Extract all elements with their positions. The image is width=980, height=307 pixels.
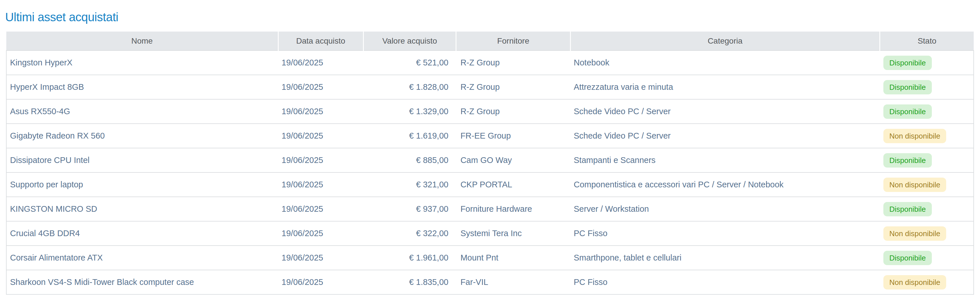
table-row: Dissipatore CPU Intel 19/06/2025 € 885,0… (6, 148, 974, 173)
cell-valore-acquisto: € 322,00 (363, 221, 456, 246)
table-row: Corsair Alimentatore ATX 19/06/2025 € 1.… (6, 246, 974, 270)
table-row: Supporto per laptop 19/06/2025 € 321,00 … (6, 173, 974, 197)
cell-data-acquisto: 19/06/2025 (278, 99, 363, 124)
cell-data-acquisto: 19/06/2025 (278, 51, 363, 75)
column-header-stato: Stato (880, 32, 974, 51)
cell-valore-acquisto: € 1.961,00 (363, 246, 456, 270)
cell-categoria: PC Fisso (570, 221, 880, 246)
column-header-data-acquisto: Data acquisto (278, 32, 363, 51)
cell-categoria: Schede Video PC / Server (570, 99, 880, 124)
cell-stato: Non disponibile (880, 173, 974, 197)
cell-nome: Kingston HyperX (6, 51, 278, 75)
status-badge: Disponibile (883, 56, 932, 70)
status-badge: Non disponibile (883, 129, 947, 143)
column-header-valore-acquisto: Valore acquisto (363, 32, 456, 51)
page-title: Ultimi asset acquistati (5, 10, 974, 24)
cell-nome: Sharkoon VS4-S Midi-Tower Black computer… (6, 270, 278, 294)
cell-valore-acquisto: € 1.835,00 (363, 270, 456, 294)
latest-assets-panel: Ultimi asset acquistati Nome Data acquis… (0, 0, 980, 295)
cell-fornitore: Systemi Tera Inc (456, 221, 570, 246)
cell-valore-acquisto: € 1.828,00 (363, 75, 456, 99)
status-badge: Disponibile (883, 80, 932, 94)
cell-stato: Non disponibile (880, 270, 974, 294)
cell-nome: KINGSTON MICRO SD (6, 197, 278, 221)
cell-stato: Disponibile (880, 148, 974, 173)
cell-data-acquisto: 19/06/2025 (278, 148, 363, 173)
cell-stato: Non disponibile (880, 124, 974, 148)
cell-fornitore: Mount Pnt (456, 246, 570, 270)
cell-categoria: Stampanti e Scanners (570, 148, 880, 173)
cell-categoria: Server / Workstation (570, 197, 880, 221)
cell-valore-acquisto: € 1.329,00 (363, 99, 456, 124)
cell-data-acquisto: 19/06/2025 (278, 270, 363, 294)
cell-categoria: Notebook (570, 51, 880, 75)
cell-valore-acquisto: € 321,00 (363, 173, 456, 197)
column-header-categoria: Categoria (570, 32, 880, 51)
cell-fornitore: CKP PORTAL (456, 173, 570, 197)
cell-nome: Crucial 4GB DDR4 (6, 221, 278, 246)
cell-fornitore: R-Z Group (456, 99, 570, 124)
assets-table-body: Kingston HyperX 19/06/2025 € 521,00 R-Z … (6, 51, 974, 294)
status-badge: Non disponibile (883, 226, 947, 241)
cell-fornitore: Forniture Hardware (456, 197, 570, 221)
cell-valore-acquisto: € 521,00 (363, 51, 456, 75)
cell-stato: Disponibile (880, 99, 974, 124)
status-badge: Non disponibile (883, 275, 947, 289)
cell-data-acquisto: 19/06/2025 (278, 173, 363, 197)
cell-nome: Corsair Alimentatore ATX (6, 246, 278, 270)
cell-data-acquisto: 19/06/2025 (278, 246, 363, 270)
status-badge: Disponibile (883, 153, 932, 168)
cell-data-acquisto: 19/06/2025 (278, 75, 363, 99)
table-row: Asus RX550-4G 19/06/2025 € 1.329,00 R-Z … (6, 99, 974, 124)
cell-fornitore: R-Z Group (456, 51, 570, 75)
cell-categoria: PC Fisso (570, 270, 880, 294)
table-row: Gigabyte Radeon RX 560 19/06/2025 € 1.61… (6, 124, 974, 148)
table-row: KINGSTON MICRO SD 19/06/2025 € 937,00 Fo… (6, 197, 974, 221)
cell-categoria: Schede Video PC / Server (570, 124, 880, 148)
status-badge: Non disponibile (883, 177, 947, 192)
cell-stato: Non disponibile (880, 221, 974, 246)
cell-stato: Disponibile (880, 197, 974, 221)
status-badge: Disponibile (883, 251, 932, 265)
cell-categoria: Smarthpone, tablet e cellulari (570, 246, 880, 270)
table-row: Crucial 4GB DDR4 19/06/2025 € 322,00 Sys… (6, 221, 974, 246)
cell-data-acquisto: 19/06/2025 (278, 221, 363, 246)
assets-table: Nome Data acquisto Valore acquisto Forni… (6, 32, 974, 295)
cell-fornitore: Far-VIL (456, 270, 570, 294)
cell-valore-acquisto: € 937,00 (363, 197, 456, 221)
cell-fornitore: R-Z Group (456, 75, 570, 99)
cell-nome: Asus RX550-4G (6, 99, 278, 124)
cell-nome: HyperX Impact 8GB (6, 75, 278, 99)
status-badge: Disponibile (883, 104, 932, 119)
column-header-fornitore: Fornitore (456, 32, 570, 51)
cell-data-acquisto: 19/06/2025 (278, 124, 363, 148)
cell-fornitore: Cam GO Way (456, 148, 570, 173)
cell-stato: Disponibile (880, 51, 974, 75)
status-badge: Disponibile (883, 202, 932, 216)
cell-categoria: Attrezzatura varia e minuta (570, 75, 880, 99)
cell-fornitore: FR-EE Group (456, 124, 570, 148)
table-row: HyperX Impact 8GB 19/06/2025 € 1.828,00 … (6, 75, 974, 99)
cell-nome: Gigabyte Radeon RX 560 (6, 124, 278, 148)
table-row: Kingston HyperX 19/06/2025 € 521,00 R-Z … (6, 51, 974, 75)
table-row: Sharkoon VS4-S Midi-Tower Black computer… (6, 270, 974, 294)
cell-nome: Supporto per laptop (6, 173, 278, 197)
cell-valore-acquisto: € 885,00 (363, 148, 456, 173)
cell-data-acquisto: 19/06/2025 (278, 197, 363, 221)
cell-nome: Dissipatore CPU Intel (6, 148, 278, 173)
cell-stato: Disponibile (880, 246, 974, 270)
cell-categoria: Componentistica e accessori vari PC / Se… (570, 173, 880, 197)
cell-valore-acquisto: € 1.619,00 (363, 124, 456, 148)
column-header-nome: Nome (6, 32, 278, 51)
table-header-row: Nome Data acquisto Valore acquisto Forni… (6, 32, 974, 51)
cell-stato: Disponibile (880, 75, 974, 99)
